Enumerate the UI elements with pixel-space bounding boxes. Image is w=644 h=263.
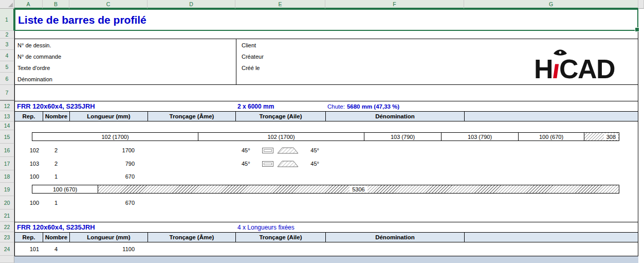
cell-length[interactable]: 790	[69, 157, 148, 170]
bar-waste-label: 5306	[349, 186, 367, 192]
info-label-creator[interactable]: Créateur	[238, 54, 264, 62]
cell-rep[interactable]: 100	[14, 170, 43, 183]
cut-icons	[262, 161, 299, 167]
section-1-title-row[interactable]: FRR 120x60x4, S235JRH 2 x 6000 mm Chute:…	[14, 101, 638, 111]
waste-label: Chute:	[327, 103, 345, 110]
row-header-1[interactable]: 1	[0, 9, 14, 31]
column-header-stub	[638, 0, 644, 9]
column-header-d[interactable]: D	[148, 0, 235, 9]
flange-angle-right: 45°	[310, 161, 319, 167]
info-label-created-on[interactable]: Créé le	[238, 65, 260, 73]
table-header-length[interactable]: Longueur (mm)	[70, 233, 148, 242]
column-header-g[interactable]: G	[464, 0, 638, 9]
cell-length[interactable]: 670	[69, 196, 148, 209]
logo-text: HıCAD	[534, 57, 642, 81]
cell-length[interactable]: 1700	[69, 144, 148, 157]
cell-length[interactable]: 1100	[69, 242, 148, 256]
row-header-20[interactable]: 20	[0, 196, 14, 209]
row-header-5[interactable]: 5	[0, 61, 14, 73]
title-cell[interactable]: Liste de barres de profilé	[14, 9, 638, 31]
cell-qty[interactable]: 4	[43, 242, 69, 256]
column-header-a[interactable]: A	[14, 0, 43, 9]
row-header-23[interactable]: 23	[0, 232, 14, 242]
cell-qty[interactable]: 1	[43, 196, 69, 209]
cell-rep[interactable]: 100	[14, 196, 43, 209]
table-header-web-cut[interactable]: Tronçage (Âme)	[148, 112, 236, 121]
bar-waste-label: 308	[604, 133, 618, 140]
info-label-order-text[interactable]: Texte d'ordre	[15, 65, 238, 73]
column-header-c[interactable]: C	[69, 0, 148, 9]
row-header-13[interactable]: 13	[0, 111, 14, 121]
row-header-15[interactable]: 15	[0, 130, 14, 144]
table-header-web-cut[interactable]: Tronçage (Âme)	[148, 233, 236, 242]
spreadsheet: A B C D E F G 1 2 3 4 5 6 7 12 13 14 15 …	[0, 0, 644, 263]
table-header-denomination[interactable]: Dénomination	[326, 233, 465, 242]
table-header-qty[interactable]: Nombre	[43, 112, 70, 121]
waste-value: 5680 mm (47,33 %)	[347, 103, 399, 110]
info-label-client[interactable]: Client	[238, 42, 256, 50]
row-header-6[interactable]: 6	[0, 73, 14, 85]
cell-qty[interactable]: 2	[43, 157, 69, 170]
table-header-flange-cut[interactable]: Tronçage (Aile)	[236, 233, 326, 242]
info-label-order-no[interactable]: N° de commande	[15, 54, 238, 62]
section-stock: 2 x 6000 mm	[237, 101, 274, 111]
cell-qty[interactable]: 2	[43, 144, 69, 157]
column-header-e[interactable]: E	[235, 0, 325, 9]
table-header-row: Rep. Nombre Longueur (mm) Tronçage (Âme)…	[14, 232, 638, 242]
logo-cad: CAD	[559, 54, 615, 84]
row-header-24[interactable]: 24	[0, 242, 14, 256]
row-header-14[interactable]: 14	[0, 121, 14, 130]
row-header-21[interactable]: 21	[0, 209, 14, 222]
table-header-empty[interactable]	[465, 112, 638, 121]
row-header-stub	[0, 256, 14, 263]
table-header-qty[interactable]: Nombre	[43, 233, 70, 242]
column-header-b[interactable]: B	[43, 0, 69, 9]
cell-flange-cut[interactable]: 45° 45°	[235, 157, 325, 170]
bar-segment: 102 (1700)	[198, 133, 364, 141]
row-header-18[interactable]: 18	[0, 170, 14, 183]
section-stock: 4 x Longueurs fixées	[237, 222, 295, 232]
cell-rep[interactable]: 101	[14, 242, 43, 256]
bar-diagram-1: 102 (1700) 102 (1700) 103 (790) 103 (790…	[32, 132, 619, 141]
column-header-f[interactable]: F	[325, 0, 464, 9]
row-header-12[interactable]: 12	[0, 101, 14, 111]
selection-fill-handle[interactable]	[635, 27, 639, 32]
flange-angle-left: 45°	[242, 161, 250, 167]
cell-length[interactable]: 670	[69, 170, 148, 183]
cell-qty[interactable]: 1	[43, 170, 69, 183]
table-header-empty[interactable]	[465, 233, 638, 242]
row-header-3[interactable]: 3	[0, 39, 14, 50]
table-header-length[interactable]: Longueur (mm)	[70, 112, 148, 121]
next-row-band	[14, 256, 638, 263]
row-header-2[interactable]: 2	[0, 31, 14, 39]
bar-segment: 100 (670)	[519, 133, 584, 141]
section-2-title-row[interactable]: FRR 120x60x4, S235JRH 4 x Longueurs fixé…	[14, 222, 638, 232]
info-label-empty	[238, 82, 242, 84]
bar-waste-segment: 308	[584, 133, 619, 141]
cell-rep[interactable]: 103	[14, 157, 43, 170]
cell-rep[interactable]: 102	[14, 144, 43, 157]
flange-angle-left: 45°	[242, 147, 250, 153]
hicad-logo: HıCAD	[534, 49, 642, 84]
row-header-7[interactable]: 7	[0, 85, 14, 101]
info-block: N° de dessin. Client N° de commande Créa…	[14, 39, 638, 85]
cell-flange-cut[interactable]: 45° 45°	[235, 144, 325, 157]
info-label-drawing-no[interactable]: N° de dessin.	[15, 42, 238, 50]
bar-segment: 100 (670)	[32, 185, 98, 193]
miter-cut-icon	[277, 161, 299, 167]
row-header-22[interactable]: 22	[0, 222, 14, 232]
table-header-denomination[interactable]: Dénomination	[326, 112, 465, 121]
section-waste: Chute: 5680 mm (47,33 %)	[327, 101, 399, 111]
row-header-4[interactable]: 4	[0, 50, 14, 61]
row-header-17[interactable]: 17	[0, 157, 14, 170]
select-all-corner[interactable]	[0, 0, 14, 9]
table-header-rep[interactable]: Rep.	[15, 233, 43, 242]
info-label-denomination[interactable]: Dénomination	[15, 76, 238, 84]
table-header-rep[interactable]: Rep.	[15, 112, 43, 121]
logo-h: H	[534, 54, 553, 84]
row-header-16[interactable]: 16	[0, 144, 14, 157]
table-header-flange-cut[interactable]: Tronçage (Aile)	[236, 112, 326, 121]
profile-icon	[262, 161, 273, 167]
row-header-19[interactable]: 19	[0, 183, 14, 196]
page-title: Liste de barres de profilé	[18, 14, 146, 26]
